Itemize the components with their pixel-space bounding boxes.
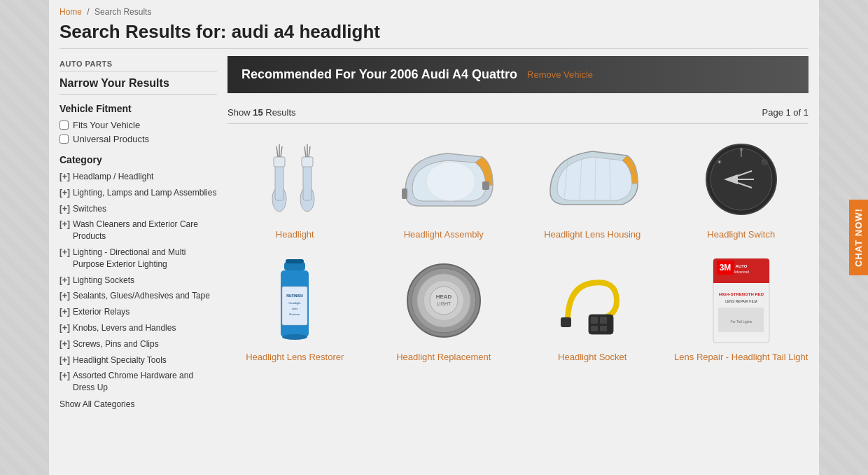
product-name-lens-restorer[interactable]: Headlight Lens Restorer — [246, 352, 344, 364]
home-link[interactable]: Home — [59, 7, 82, 17]
svg-line-10 — [309, 146, 310, 157]
universal-products-label: Universal Products — [73, 134, 149, 144]
svg-text:LIGHT: LIGHT — [436, 301, 451, 306]
product-name-headlight-assembly[interactable]: Headlight Assembly — [404, 229, 484, 241]
svg-rect-14 — [482, 181, 489, 190]
svg-text:HIGH-STRENGTH RED: HIGH-STRENGTH RED — [719, 292, 764, 296]
product-image-lens-repair: 3M AUTO Advanced HIGH-STRENGTH RED LENS … — [689, 255, 794, 346]
category-item-exterior-relays[interactable]: [+] Exterior Relays — [59, 306, 217, 318]
show-label: Show — [227, 107, 251, 118]
product-image-headlight-switch: ○ ⚫ ☀ — [689, 132, 794, 223]
svg-text:Advanced: Advanced — [734, 270, 749, 274]
category-link-lighting-sockets[interactable]: Lighting Sockets — [73, 275, 134, 287]
svg-text:Restorer: Restorer — [290, 312, 301, 316]
category-link-wash-cleaners[interactable]: Wash Cleaners and Exterior Care Products — [73, 219, 217, 242]
category-item-screws[interactable]: [+] Screws, Pins and Clips — [59, 338, 217, 350]
products-grid-row2: NUFINISH Headlight Lens Restorer Headlig… — [227, 255, 808, 364]
category-item-directional-lighting[interactable]: [+] Lighting - Directional and Multi Pur… — [59, 247, 217, 270]
category-link-sealants[interactable]: Sealants, Glues/Adhesives and Tape — [73, 290, 210, 302]
category-expand-icon: [+] — [59, 203, 70, 215]
show-all-link[interactable]: Show All Categories — [59, 399, 134, 409]
category-expand-icon: [+] — [59, 370, 70, 382]
headlight-replacement-image: HEAD LIGHT — [398, 259, 489, 343]
fits-vehicle-option[interactable]: Fits Your Vehicle — [59, 120, 217, 130]
universal-products-checkbox[interactable] — [59, 135, 69, 144]
product-card-headlight-assembly[interactable]: Headlight Assembly — [377, 132, 512, 241]
category-link-chrome-hardware[interactable]: Assorted Chrome Hardware and Dress Up — [73, 370, 217, 394]
product-card-headlight-socket[interactable]: Headlight Socket — [525, 255, 660, 364]
product-card-headlight[interactable]: Headlight — [227, 132, 363, 241]
category-link-screws[interactable]: Screws, Pins and Clips — [73, 338, 159, 350]
category-item-chrome-hardware[interactable]: [+] Assorted Chrome Hardware and Dress U… — [59, 370, 217, 394]
category-expand-icon: [+] — [59, 290, 70, 302]
recommendation-banner: Recommended For Your 2006 Audi A4 Quattr… — [227, 56, 808, 93]
svg-rect-47 — [591, 326, 598, 331]
category-item-lighting-sockets[interactable]: [+] Lighting Sockets — [59, 275, 217, 287]
lens-restorer-image: NUFINISH Headlight Lens Restorer — [267, 255, 323, 346]
category-expand-icon: [+] — [59, 338, 70, 350]
svg-line-4 — [281, 146, 282, 157]
product-card-headlight-switch[interactable]: ○ ⚫ ☀ Headlight Switch — [674, 132, 809, 241]
category-link-directional-lighting[interactable]: Lighting - Directional and Multi Purpose… — [73, 247, 217, 270]
product-name-headlight-replacement[interactable]: Headlight Replacement — [396, 352, 491, 364]
svg-text:3M: 3M — [719, 263, 731, 273]
category-item-switches[interactable]: [+] Switches — [59, 203, 217, 215]
category-item-lighting-lamps[interactable]: [+] Lighting, Lamps and Lamp Assemblies — [59, 187, 217, 199]
category-title: Category — [59, 154, 217, 165]
category-expand-icon: [+] — [59, 306, 70, 318]
product-card-headlight-replacement[interactable]: HEAD LIGHT Headlight Replacement — [377, 255, 512, 364]
svg-rect-49 — [561, 317, 571, 327]
category-item-headlamp[interactable]: [+] Headlamp / Headlight — [59, 171, 217, 183]
product-name-headlight-switch[interactable]: Headlight Switch — [707, 229, 775, 241]
category-item-sealants[interactable]: [+] Sealants, Glues/Adhesives and Tape — [59, 290, 217, 302]
svg-text:AUTO: AUTO — [735, 264, 747, 268]
svg-text:⚫: ⚫ — [761, 158, 768, 165]
category-expand-icon: [+] — [59, 219, 70, 230]
product-name-headlight-lens[interactable]: Headlight Lens Housing — [544, 229, 640, 241]
product-image-headlight-assembly — [391, 132, 496, 223]
svg-point-12 — [426, 162, 475, 201]
category-link-lighting-lamps[interactable]: Lighting, Lamps and Lamp Assemblies — [73, 187, 216, 199]
narrow-results-title: Narrow Your Results — [59, 77, 217, 95]
category-link-switches[interactable]: Switches — [73, 203, 106, 215]
universal-products-option[interactable]: Universal Products — [59, 134, 217, 144]
category-item-knobs[interactable]: [+] Knobs, Levers and Handles — [59, 322, 217, 334]
category-link-headlamp[interactable]: Headlamp / Headlight — [73, 171, 153, 183]
show-all-categories[interactable]: Show All Categories — [59, 399, 217, 409]
category-item-wash-cleaners[interactable]: [+] Wash Cleaners and Exterior Care Prod… — [59, 219, 217, 242]
remove-vehicle-link[interactable]: Remove Vehicle — [527, 69, 593, 80]
fits-vehicle-checkbox[interactable] — [59, 121, 69, 130]
product-card-headlight-lens[interactable]: Headlight Lens Housing — [525, 132, 660, 241]
fits-vehicle-label: Fits Your Vehicle — [73, 120, 140, 130]
category-link-knobs[interactable]: Knobs, Levers and Handles — [73, 322, 176, 334]
breadcrumb: Home / Search Results — [59, 7, 808, 17]
chat-now-button[interactable]: CHAT NOW! — [849, 200, 868, 275]
svg-line-3 — [276, 146, 278, 157]
category-link-headlight-tools[interactable]: Headlight Specialty Tools — [73, 354, 167, 366]
product-card-lens-restorer[interactable]: NUFINISH Headlight Lens Restorer Headlig… — [227, 255, 363, 364]
product-name-lens-repair[interactable]: Lens Repair - Headlight Tail Light — [674, 352, 808, 364]
product-image-lens-restorer: NUFINISH Headlight Lens Restorer — [242, 255, 347, 346]
product-image-headlight-socket — [540, 255, 645, 346]
product-card-lens-repair[interactable]: 3M AUTO Advanced HIGH-STRENGTH RED LENS … — [674, 255, 809, 364]
svg-rect-45 — [591, 317, 598, 324]
main-area: Recommended For Your 2006 Audi A4 Quattr… — [227, 56, 808, 409]
product-image-headlight — [242, 132, 347, 223]
category-expand-icon: [+] — [59, 354, 70, 366]
headlight-bulb-image — [253, 136, 337, 220]
svg-rect-8 — [302, 157, 313, 167]
svg-rect-52 — [713, 275, 769, 283]
product-name-headlight-socket[interactable]: Headlight Socket — [558, 352, 626, 364]
product-name-headlight[interactable]: Headlight — [276, 229, 314, 241]
category-expand-icon: [+] — [59, 322, 70, 334]
category-item-headlight-tools[interactable]: [+] Headlight Specialty Tools — [59, 354, 217, 366]
headlight-socket-image — [547, 259, 638, 343]
svg-text:NUFINISH: NUFINISH — [286, 294, 303, 298]
category-expand-icon: [+] — [59, 247, 70, 259]
lens-repair-image: 3M AUTO Advanced HIGH-STRENGTH RED LENS … — [710, 255, 773, 346]
category-link-exterior-relays[interactable]: Exterior Relays — [73, 306, 130, 318]
svg-text:Lens: Lens — [292, 307, 298, 310]
svg-text:HEAD: HEAD — [435, 294, 451, 300]
auto-parts-label: AUTO PARTS — [59, 60, 217, 71]
headlight-lens-image — [540, 136, 645, 220]
